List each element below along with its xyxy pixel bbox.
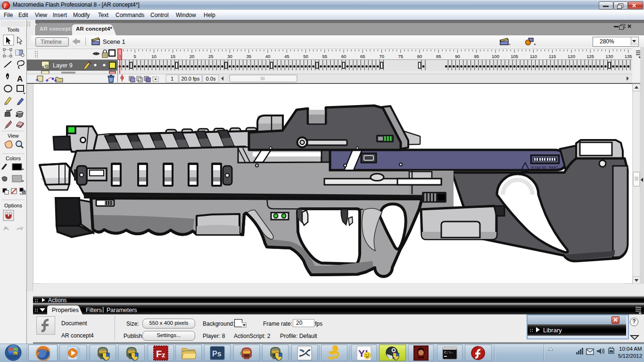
svg-text:Ps: Ps	[212, 350, 222, 358]
svg-text:z: z	[162, 351, 165, 359]
svg-text:F: F	[156, 349, 162, 359]
svg-text:C:\-: C:\-	[444, 350, 453, 354]
svg-text:Parameters: Parameters	[107, 307, 137, 313]
svg-text:Properties: Properties	[52, 307, 79, 313]
svg-text:Filters: Filters	[86, 307, 102, 313]
svg-text:Library: Library	[543, 327, 562, 334]
svg-text:Actions: Actions	[48, 297, 66, 303]
